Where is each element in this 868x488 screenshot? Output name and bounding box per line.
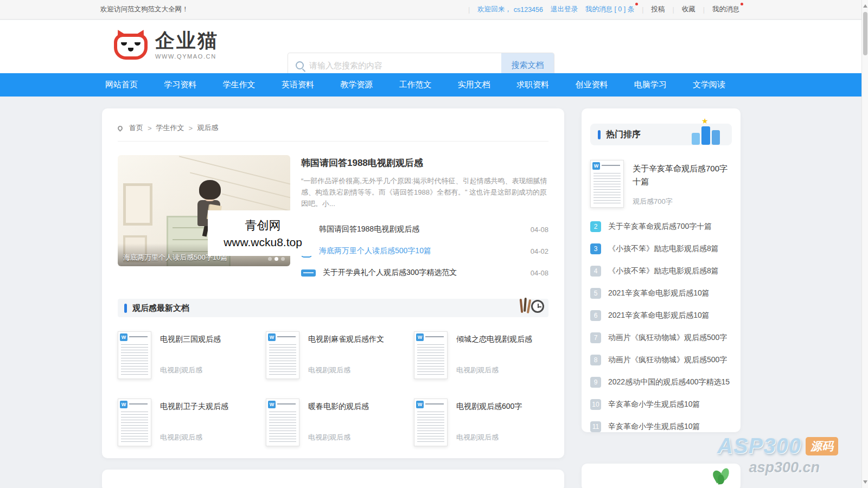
nav-item-job[interactable]: 求职资料 [513,80,552,90]
doc-thumbnail: W [118,399,151,446]
doc-card[interactable]: W 暖春电影的观后感电视剧观后感 [266,399,403,447]
search-input[interactable] [309,61,501,70]
doc-title[interactable]: 倾城之恋电视剧观后感 [456,335,532,344]
submit-post-link[interactable]: 投稿 [652,5,665,14]
doc-title[interactable]: 电视剧三国观后感 [160,335,221,344]
main-content-card: 首页 > 学生作文 > 观后感 海底两万里个人读后感500字10篇 [102,108,564,458]
breadcrumb-section[interactable]: 学生作文 [156,123,184,133]
doc-card[interactable]: W 电视剧三国观后感电视剧观后感 [118,331,254,380]
logo-url: WWW.QYMAO.CN [155,53,219,60]
rank-badge: 11 [590,421,601,432]
doc-category: 电视剧观后感 [308,433,369,442]
hot-title[interactable]: 动画片《疯狂动物城》观后感500字 [608,333,727,343]
username-link[interactable]: cs123456 [514,6,543,14]
article-date: 04-08 [531,269,548,277]
doc-category: 电视剧观后感 [456,365,532,375]
nav-item-student-essay[interactable]: 学生作文 [220,80,259,90]
site-logo[interactable]: 企业猫 WWW.QYMAO.CN [114,29,219,60]
watermark-brand: ASP300 [717,434,801,458]
hot-title[interactable]: 《小孩不笨》励志电影观后感8篇 [608,244,719,254]
cat-logo-icon [114,29,148,60]
my-messages-link[interactable]: 我的消息 [712,5,739,13]
nav-item-computer[interactable]: 电脑学习 [631,80,670,90]
article-title[interactable]: 关于开学典礼个人观后感300字精选范文 [323,268,457,278]
nav-item-startup[interactable]: 创业资料 [572,80,611,90]
search-icon [296,61,304,69]
hot-rank-row[interactable]: 92022感动中国的观后感400字精选15 [590,371,732,393]
doc-card[interactable]: W 倾城之恋电视剧观后感电视剧观后感 [414,331,551,380]
hot-rank-row[interactable]: 8动画片《疯狂动物城》观后感500字 [590,349,732,371]
hot-rank-row[interactable]: 7动画片《疯狂动物城》观后感500字 [590,326,732,349]
hot-rank-row[interactable]: 62021辛亥革命电影观后感10篇 [590,304,732,326]
doc-thumbnail: W [414,399,448,446]
nav-item-teaching[interactable]: 教学资源 [337,80,376,90]
doc-card[interactable]: W 电视剧卫子夫观后感电视剧观后感 [118,399,254,447]
welcome-back-text: 欢迎回来， [477,5,512,14]
nav-item-study[interactable]: 学习资料 [161,80,200,90]
article-row[interactable]: 韩国请回答1988电视剧观后感 04-08 [301,219,548,240]
latest-docs-grid: W 电视剧三国观后感电视剧观后感 W 电视剧麻雀观后感作文电视剧观后感 W 倾城… [102,317,564,447]
scroll-down-arrow[interactable] [863,480,867,484]
doc-title[interactable]: 电视剧观后感600字 [456,402,522,412]
favorites-link[interactable]: 收藏 [682,5,695,14]
hot-title[interactable]: 2021辛亥革命电影观后感10篇 [608,288,710,298]
hot-top-title[interactable]: 关于辛亥革命观后感700字十篇 [633,162,732,188]
article-title[interactable]: 海底两万里个人读后感500字10篇 [319,246,431,256]
nav-item-english[interactable]: 英语资料 [278,80,317,90]
hot-title[interactable]: 动画片《疯狂动物城》观后感500字 [608,355,727,365]
hot-title[interactable]: 关于辛亥革命观后感700字十篇 [608,222,712,232]
logout-link[interactable]: 退出登录 [551,5,578,14]
doc-thumbnail: W [118,331,151,379]
divider: | [468,6,470,14]
topbar-links: | 欢迎回来， cs123456 退出登录 我的消息 [ 0 ] 条 | 投稿 … [468,5,739,14]
watermark-badge: 源码 [806,437,838,455]
podium-icon: ★ [688,119,724,146]
article-row[interactable]: 关于开学典礼个人观后感300字精选范文 04-08 [301,262,548,284]
article-row[interactable]: 海底两万里个人读后感500字10篇 04-02 [301,240,548,262]
scrollbar[interactable] [861,0,868,488]
hot-top-item[interactable]: W 关于辛亥革命观后感700字十篇 观后感700字 [582,145,741,208]
slider-dots[interactable] [268,257,285,262]
nav-item-literature[interactable]: 文学阅读 [690,80,729,90]
section-accent-bar [598,130,601,139]
logo-text: 企业猫 [155,31,219,50]
hot-title[interactable]: 2021辛亥革命电影观后感10篇 [608,311,710,320]
doc-card[interactable]: W 电视剧麻雀观后感作文电视剧观后感 [266,331,403,380]
hot-rank-row[interactable]: 10辛亥革命小学生观后感10篇 [590,393,732,415]
hot-title[interactable]: 辛亥革命小学生观后感10篇 [608,422,700,432]
hot-rank-row[interactable]: 11辛亥革命小学生观后感10篇 [590,415,732,438]
featured-tag-icon [301,269,316,277]
hot-title[interactable]: 《小孩不笨》励志电影观后感8篇 [608,266,719,276]
nav-item-home[interactable]: 网站首页 [102,80,141,90]
main-nav: 网站首页 学习资料 学生作文 英语资料 教学资源 工作范文 实用文档 求职资料 … [0,73,868,97]
notification-dot [635,3,638,5]
hot-title[interactable]: 辛亥革命小学生观后感10篇 [608,400,700,409]
featured-article-title[interactable]: 韩国请回答1988电视剧观后感 [301,157,548,169]
breadcrumb-separator: > [189,124,193,132]
location-pin-icon [117,125,124,132]
watermark-url: www.wcku8.top [224,236,302,249]
breadcrumb-home[interactable]: 首页 [129,123,143,133]
nav-item-work[interactable]: 工作范文 [395,80,435,90]
hot-rank-row[interactable]: 4《小孩不笨》励志电影观后感8篇 [590,260,732,282]
doc-title[interactable]: 电视剧卫子夫观后感 [160,402,228,412]
nav-item-practical[interactable]: 实用文档 [455,80,494,90]
hot-rank-row[interactable]: 2关于辛亥革命观后感700字十篇 [590,215,732,237]
hot-top-category: 观后感700字 [633,197,732,207]
hot-rank-row[interactable]: 3《小孩不笨》励志电影观后感8篇 [590,237,732,260]
hot-rank-row[interactable]: 52021辛亥革命电影观后感10篇 [590,282,732,304]
doc-card[interactable]: W 电视剧观后感600字电视剧观后感 [414,399,551,447]
scroll-up-arrow[interactable] [863,4,867,8]
doc-thumbnail: W [266,399,299,446]
hot-title[interactable]: 2022感动中国的观后感400字精选15 [608,377,730,387]
featured-section: 海底两万里个人读后感500字10篇 韩国请回答1988电视剧观后感 “一部作品评… [102,142,564,284]
scrollbar-thumb[interactable] [863,12,867,55]
article-date: 04-08 [531,226,548,234]
doc-category: 电视剧观后感 [160,433,228,442]
my-messages-count-link[interactable]: 我的消息 [ 0 ] 条 [585,5,634,13]
doc-title[interactable]: 暖春电影的观后感 [308,402,369,412]
rank-badge: 5 [590,288,601,299]
article-title[interactable]: 韩国请回答1988电视剧观后感 [319,224,419,234]
doc-title[interactable]: 电视剧麻雀观后感作文 [308,335,384,344]
doc-thumbnail: W [590,160,624,208]
